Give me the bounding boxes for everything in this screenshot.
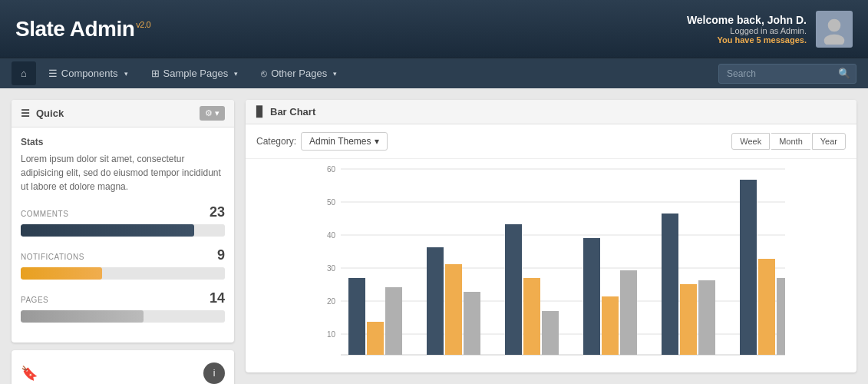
bar-g1-gray: [385, 287, 402, 355]
comments-count: 23: [210, 204, 225, 220]
info-icon: i: [213, 368, 216, 379]
bar-g5-dark: [662, 214, 678, 355]
comments-stat: COMMENTS 23: [21, 204, 225, 237]
logged-in-text: Logged in as Admin.: [687, 26, 807, 35]
year-button[interactable]: Year: [812, 133, 846, 150]
chart-controls: Category: Admin Themes ▾ Week Month Year: [246, 124, 856, 159]
category-label: Category:: [256, 136, 296, 147]
chart-area: 60 50 40 30 20 10: [246, 159, 856, 372]
bar-g4-gray: [620, 270, 637, 355]
pages-progress-bar: [21, 310, 225, 323]
avatar: [816, 11, 853, 48]
bar-g1-dark: [348, 278, 365, 355]
messages-prefix: You have: [717, 35, 756, 45]
stats-subtitle: Stats: [21, 137, 225, 147]
user-info: Welcome back, John D. Logged in as Admin…: [687, 11, 853, 48]
bookmark-icon: 🔖: [21, 365, 38, 382]
bar-chart-svg: 60 50 40 30 20 10: [253, 163, 849, 362]
version-badge: v2.0: [136, 20, 150, 29]
y-label-20: 20: [327, 297, 336, 306]
bar-g6-dark: [740, 180, 757, 355]
pages-stat: PAGES 14: [21, 290, 225, 323]
search-box: 🔍: [718, 64, 856, 84]
chevron-down-icon-3: ▾: [333, 70, 337, 78]
chevron-down-icon: ▾: [124, 70, 128, 78]
search-input[interactable]: [718, 64, 856, 84]
logo: Slate Adminv2.0: [15, 17, 150, 41]
bar-g2-dark: [427, 247, 444, 355]
bar-g2-orange: [445, 264, 462, 355]
y-label-30: 30: [327, 264, 336, 273]
month-button[interactable]: Month: [771, 133, 810, 150]
stats-description: Lorem ipsum dolor sit amet, consectetur …: [21, 152, 225, 194]
main-content: ☰ Quick ⚙ ▾ Stats Lorem ipsum dolor sit …: [0, 88, 868, 384]
nav-home-button[interactable]: ⌂: [12, 61, 36, 85]
app-header: Slate Adminv2.0 Welcome back, John D. Lo…: [0, 0, 868, 58]
sample-pages-label: Sample Pages: [163, 68, 229, 79]
week-button[interactable]: Week: [731, 133, 770, 150]
svg-point-0: [828, 18, 841, 31]
comments-stat-header: COMMENTS 23: [21, 204, 225, 221]
chart-title: Bar Chart: [270, 106, 315, 118]
bar-chart-icon: ▊: [256, 106, 264, 118]
messages-text: You have 5 messages.: [687, 35, 807, 45]
comments-progress-bar: [21, 224, 225, 237]
bar-g5-gray: [698, 280, 715, 355]
search-icon[interactable]: 🔍: [838, 68, 850, 79]
notifications-count: 9: [217, 247, 225, 263]
time-buttons: Week Month Year: [731, 133, 846, 150]
category-control: Category: Admin Themes ▾: [256, 132, 388, 151]
bar-g5-orange: [680, 284, 697, 355]
gear-icon: ⚙: [205, 108, 213, 118]
bar-chart-card: ▊ Bar Chart Category: Admin Themes ▾ Wee…: [246, 100, 856, 372]
bar-g4-dark: [583, 238, 600, 355]
y-label-40: 40: [327, 231, 336, 240]
bar-g3-gray: [542, 311, 559, 355]
components-label: Components: [61, 68, 118, 79]
other-pages-label: Other Pages: [271, 68, 327, 79]
pages-label: PAGES: [21, 296, 48, 304]
home-icon: ⌂: [21, 68, 27, 79]
quick-stats-body: Stats Lorem ipsum dolor sit amet, consec…: [12, 127, 234, 343]
avatar-icon: [819, 14, 850, 45]
y-label-50: 50: [327, 198, 336, 207]
pages-stat-header: PAGES 14: [21, 290, 225, 307]
messages-count: 5 messages.: [757, 35, 807, 45]
category-dropdown[interactable]: Admin Themes ▾: [301, 132, 387, 151]
notifications-progress-bar: [21, 267, 225, 280]
quick-stats-card: ☰ Quick ⚙ ▾ Stats Lorem ipsum dolor sit …: [12, 100, 234, 343]
bar-g4-orange: [602, 296, 619, 355]
chart-header: ▊ Bar Chart: [246, 100, 856, 124]
notifications-progress-fill: [21, 267, 102, 280]
nav-components[interactable]: ☰ Components ▾: [38, 60, 139, 87]
notifications-stat-header: NOTIFICATIONS 9: [21, 247, 225, 264]
y-label-10: 10: [327, 330, 336, 339]
nav-other-pages[interactable]: ⎋ Other Pages ▾: [250, 60, 348, 87]
comments-label: COMMENTS: [21, 210, 68, 218]
bookmark-card: 🔖 i: [12, 350, 234, 384]
bookmark-action-button[interactable]: i: [203, 362, 225, 384]
other-pages-icon: ⎋: [261, 68, 267, 79]
logo-text: Slate Admin: [15, 17, 134, 41]
quick-stats-title-area: ☰ Quick: [21, 108, 64, 119]
pages-count: 14: [210, 290, 225, 306]
nav-sample-pages[interactable]: ⊞ Sample Pages ▾: [140, 60, 249, 87]
quick-stats-header: ☰ Quick ⚙ ▾: [12, 100, 234, 127]
list-icon: ☰: [21, 108, 30, 119]
nav-left: ⌂ ☰ Components ▾ ⊞ Sample Pages ▾ ⎋ Othe…: [12, 60, 348, 87]
bar-g6-gray: [777, 278, 785, 355]
bar-g2-gray: [464, 292, 480, 355]
comments-progress-fill: [21, 224, 194, 237]
notifications-label: NOTIFICATIONS: [21, 253, 84, 261]
sample-pages-icon: ⊞: [151, 68, 160, 79]
category-value: Admin Themes: [309, 136, 371, 147]
bar-g3-orange: [523, 278, 540, 355]
y-label-60: 60: [327, 165, 336, 174]
dropdown-caret: ▾: [375, 136, 379, 147]
gear-button[interactable]: ⚙ ▾: [200, 106, 225, 121]
left-panel: ☰ Quick ⚙ ▾ Stats Lorem ipsum dolor sit …: [12, 100, 234, 384]
quick-stats-title: Quick: [36, 108, 64, 119]
bar-g3-dark: [505, 224, 522, 355]
notifications-stat: NOTIFICATIONS 9: [21, 247, 225, 280]
svg-point-1: [824, 34, 845, 44]
